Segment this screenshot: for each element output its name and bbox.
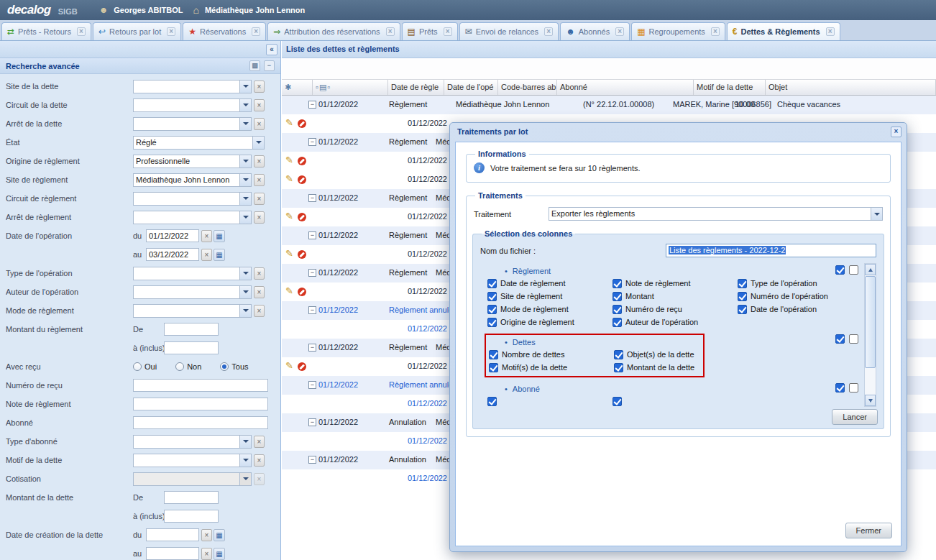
- column-checkbox[interactable]: Numéro de l'opération: [738, 290, 828, 303]
- edit-icon[interactable]: ✎: [285, 285, 293, 296]
- numéro-de-reçu-input[interactable]: [133, 379, 268, 392]
- treatment-combo[interactable]: Exporter les règlements: [549, 207, 883, 221]
- checked-checkbox-icon[interactable]: [489, 363, 498, 372]
- close-icon[interactable]: ×: [891, 127, 901, 137]
- amount-input[interactable]: [164, 510, 219, 523]
- checked-checkbox-icon[interactable]: [738, 292, 747, 301]
- clear-field-icon[interactable]: ×: [254, 267, 265, 280]
- radio-selected-icon[interactable]: [220, 362, 229, 371]
- état-combo[interactable]: Réglé: [133, 136, 265, 150]
- checked-checkbox-icon[interactable]: [738, 279, 747, 288]
- chevron-down-icon[interactable]: [239, 117, 252, 131]
- save-search-icon[interactable]: ▤: [249, 60, 260, 71]
- clear-field-icon[interactable]: ×: [254, 211, 265, 224]
- origine-de-règlement-combo[interactable]: Professionnelle: [133, 155, 252, 168]
- date-input[interactable]: 01/12/2022: [146, 229, 199, 242]
- calendar-icon[interactable]: ▦: [214, 529, 225, 541]
- tab-close-icon[interactable]: ×: [167, 27, 175, 36]
- checked-checkbox-icon[interactable]: [612, 397, 622, 406]
- column-checkbox[interactable]: Date de l'opération: [738, 303, 828, 316]
- cancel-icon[interactable]: [298, 213, 306, 221]
- tab-close-icon[interactable]: ×: [77, 27, 86, 36]
- tab-regroupements[interactable]: ▦Regroupements×: [631, 22, 725, 40]
- site-de-règlement-combo[interactable]: Médiathèque John Lennon: [133, 173, 252, 187]
- cancel-icon[interactable]: [298, 175, 306, 184]
- filename-input[interactable]: Liste des règlements - 2022-12-2: [666, 244, 876, 257]
- expand-collapse-icon[interactable]: −: [308, 231, 316, 239]
- motif-de-la-dette-combo[interactable]: [133, 454, 252, 467]
- column-checkbox[interactable]: Origine de règlement: [487, 316, 612, 329]
- table-row[interactable]: −01/12/2022RèglementMédiathèque John Len…: [282, 96, 936, 114]
- tab-attribution-des-réservations[interactable]: ⇒Attribution des réservations×: [267, 22, 400, 40]
- column-checkbox[interactable]: Auteur de l'opération: [612, 316, 738, 329]
- clear-field-icon[interactable]: ×: [254, 436, 265, 448]
- checked-checkbox-icon[interactable]: [612, 305, 622, 314]
- scroll-thumb[interactable]: [865, 276, 876, 368]
- chevron-down-icon[interactable]: [239, 173, 252, 187]
- chevron-down-icon[interactable]: [239, 98, 252, 112]
- close-button[interactable]: Fermer: [845, 523, 892, 538]
- radio-option-oui[interactable]: Oui: [133, 362, 157, 371]
- chevron-down-icon[interactable]: [252, 136, 265, 150]
- calendar-icon[interactable]: ▦: [214, 230, 225, 242]
- chevron-down-icon[interactable]: [239, 472, 252, 486]
- clear-field-icon[interactable]: ×: [201, 230, 212, 242]
- cancel-icon[interactable]: [298, 250, 306, 259]
- circuit-de-la-dette-combo[interactable]: [133, 98, 252, 112]
- clear-field-icon[interactable]: ×: [201, 529, 212, 541]
- chevron-down-icon[interactable]: [239, 192, 252, 206]
- mode-de-règlement-combo[interactable]: [133, 304, 252, 318]
- radio-unselected-icon[interactable]: [133, 362, 142, 371]
- launch-button[interactable]: Lancer: [832, 409, 878, 425]
- chevron-down-icon[interactable]: [239, 304, 252, 318]
- tab-dettes-règlements[interactable]: €Dettes & Règlements×: [727, 22, 840, 40]
- column-checkbox[interactable]: Montant: [612, 290, 738, 303]
- expand-collapse-icon[interactable]: −: [308, 381, 316, 389]
- uncheck-all-checkbox[interactable]: [849, 383, 858, 393]
- tab-close-icon[interactable]: ×: [252, 27, 260, 36]
- arrêt-de-la-dette-combo[interactable]: [133, 117, 252, 131]
- radio-option-tous[interactable]: Tous: [220, 362, 248, 371]
- edit-icon[interactable]: ✎: [285, 117, 293, 128]
- cancel-icon[interactable]: [298, 288, 306, 296]
- expand-collapse-icon[interactable]: −: [308, 101, 316, 109]
- expand-collapse-icon[interactable]: −: [308, 344, 316, 352]
- tab-réservations[interactable]: ★Réservations×: [183, 22, 266, 40]
- tab-retours-par-lot[interactable]: ↩Retours par lot×: [93, 22, 181, 40]
- type-de-l-opération-combo[interactable]: [133, 267, 252, 280]
- expand-collapse-icon[interactable]: −: [308, 456, 316, 464]
- uncheck-all-checkbox[interactable]: [849, 334, 858, 344]
- collapse-section-icon[interactable]: −: [264, 60, 275, 71]
- tab-close-icon[interactable]: ×: [615, 27, 624, 36]
- expand-collapse-icon[interactable]: −: [308, 138, 316, 146]
- date-input[interactable]: [146, 547, 199, 560]
- clear-field-icon[interactable]: ×: [254, 473, 265, 485]
- cancel-icon[interactable]: [298, 119, 306, 128]
- chevron-down-icon[interactable]: [239, 285, 252, 299]
- column-checkbox[interactable]: [612, 395, 625, 407]
- clear-field-icon[interactable]: ×: [254, 454, 265, 467]
- column-header-code-barres-ab[interactable]: Code-barres ab: [498, 80, 557, 95]
- column-header-row-view-icons[interactable]: ▫▤▫: [313, 80, 388, 95]
- scrollbar[interactable]: [864, 263, 876, 407]
- column-checkbox[interactable]: Note de règlement: [612, 277, 738, 290]
- cotisation-combo[interactable]: [133, 472, 252, 486]
- amount-input[interactable]: [164, 323, 219, 336]
- column-checkbox[interactable]: Montant de la dette: [614, 361, 694, 374]
- column-header-motif-de-la-dette[interactable]: Motif de la dette: [694, 80, 766, 95]
- chevron-down-icon[interactable]: [871, 207, 883, 221]
- date-input[interactable]: [146, 528, 199, 541]
- type-d-abonné-combo[interactable]: [133, 435, 252, 449]
- chevron-down-icon[interactable]: [239, 80, 252, 93]
- column-header-objet[interactable]: Objet: [766, 80, 936, 95]
- arrêt-de-règlement-combo[interactable]: [133, 211, 252, 224]
- tab-prêts-retours[interactable]: ⇄Prêts - Retours×: [1, 22, 91, 40]
- column-checkbox[interactable]: Nombre de dettes: [489, 348, 614, 361]
- tab-prêts[interactable]: ▤Prêts×: [402, 22, 458, 40]
- tab-close-icon[interactable]: ×: [444, 27, 452, 36]
- clear-field-icon[interactable]: ×: [254, 99, 265, 111]
- column-checkbox[interactable]: Objet(s) de la dette: [614, 348, 694, 361]
- tab-close-icon[interactable]: ×: [386, 27, 395, 36]
- date-input[interactable]: 03/12/2022: [146, 248, 199, 261]
- column-checkbox[interactable]: Numéro de reçu: [612, 303, 738, 316]
